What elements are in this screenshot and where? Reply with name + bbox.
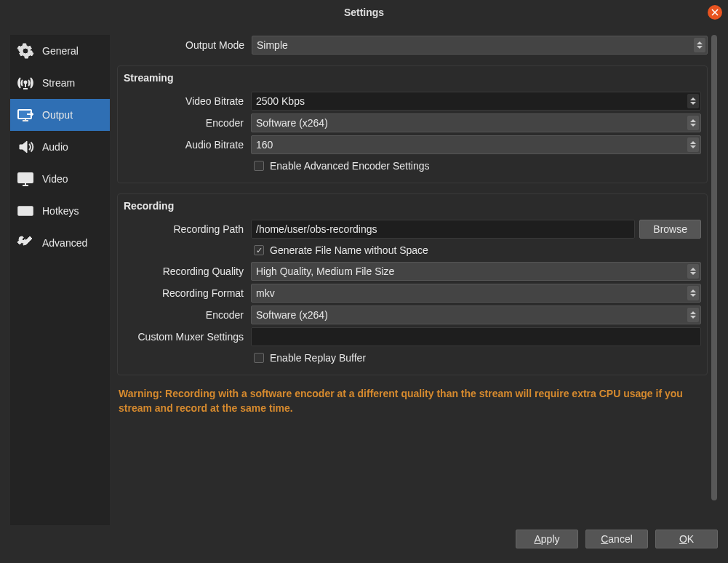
- sidebar-item-hotkeys[interactable]: Hotkeys: [10, 195, 110, 227]
- recording-format-label: Recording Format: [124, 287, 247, 299]
- sidebar-item-stream[interactable]: Stream: [10, 67, 110, 99]
- scrollbar[interactable]: [711, 35, 718, 525]
- streaming-encoder-value: Software (x264): [256, 117, 328, 129]
- sidebar: General Stream Output Audio Video Hotkey…: [10, 35, 110, 525]
- muxer-input[interactable]: [251, 327, 701, 346]
- sidebar-item-label: Stream: [42, 77, 75, 89]
- sidebar-item-label: Video: [42, 173, 68, 185]
- audio-bitrate-label: Audio Bitrate: [124, 139, 247, 151]
- output-mode-label: Output Mode: [117, 39, 247, 51]
- output-icon: [16, 105, 35, 124]
- recording-format-select[interactable]: mkv: [251, 284, 701, 303]
- chevron-updown-icon: [687, 137, 699, 152]
- replay-buffer-checkbox[interactable]: [254, 353, 264, 363]
- enable-advanced-checkbox[interactable]: [254, 161, 264, 171]
- spinner-arrows-icon[interactable]: [687, 94, 699, 108]
- gen-no-space-checkbox[interactable]: [254, 245, 264, 255]
- recording-encoder-value: Software (x264): [256, 309, 328, 321]
- scrollbar-thumb[interactable]: [711, 35, 717, 500]
- video-bitrate-input[interactable]: 2500 Kbps: [251, 92, 701, 111]
- streaming-encoder-label: Encoder: [124, 117, 247, 129]
- keyboard-icon: [16, 201, 35, 220]
- sidebar-item-general[interactable]: General: [10, 35, 110, 67]
- speaker-icon: [16, 137, 35, 156]
- main-panel: Output Mode Simple Streaming Video Bitra…: [117, 35, 718, 525]
- recording-encoder-label: Encoder: [124, 309, 247, 321]
- recording-quality-select[interactable]: High Quality, Medium File Size: [251, 262, 701, 281]
- sidebar-item-video[interactable]: Video: [10, 163, 110, 195]
- chevron-updown-icon: [687, 308, 699, 322]
- video-bitrate-label: Video Bitrate: [124, 95, 247, 107]
- sidebar-item-audio[interactable]: Audio: [10, 131, 110, 163]
- footer: Apply Cancel OK: [0, 525, 728, 553]
- sidebar-item-advanced[interactable]: Advanced: [10, 227, 110, 259]
- recording-format-value: mkv: [256, 287, 275, 299]
- chevron-updown-icon: [694, 38, 705, 52]
- sidebar-item-label: General: [42, 45, 79, 57]
- sidebar-item-label: Hotkeys: [42, 205, 79, 217]
- gear-icon: [16, 41, 35, 60]
- warning-text: Warning: Recording with a software encod…: [117, 386, 708, 415]
- sidebar-item-label: Audio: [42, 141, 68, 153]
- sidebar-item-output[interactable]: Output: [10, 99, 110, 131]
- titlebar: Settings: [0, 0, 728, 25]
- sidebar-item-label: Output: [42, 109, 73, 121]
- tools-icon: [16, 233, 35, 252]
- recording-path-value: /home/user/obs-recordings: [256, 223, 377, 235]
- apply-button[interactable]: Apply: [516, 530, 578, 548]
- output-mode-select[interactable]: Simple: [252, 36, 708, 55]
- replay-buffer-label: Enable Replay Buffer: [270, 352, 366, 364]
- enable-advanced-label: Enable Advanced Encoder Settings: [270, 160, 430, 172]
- output-mode-value: Simple: [257, 39, 288, 51]
- ok-button[interactable]: OK: [655, 530, 718, 548]
- svg-rect-4: [18, 173, 33, 183]
- sidebar-item-label: Advanced: [42, 237, 87, 249]
- muxer-label: Custom Muxer Settings: [124, 331, 247, 343]
- chevron-updown-icon: [687, 116, 699, 130]
- recording-title: Recording: [124, 200, 701, 212]
- audio-bitrate-value: 160: [256, 139, 273, 151]
- streaming-encoder-select[interactable]: Software (x264): [251, 113, 701, 132]
- gen-no-space-label: Generate File Name without Space: [270, 244, 428, 256]
- browse-button[interactable]: Browse: [639, 220, 701, 239]
- close-icon: [711, 9, 719, 16]
- antenna-icon: [16, 73, 35, 92]
- chevron-updown-icon: [687, 264, 699, 279]
- recording-quality-value: High Quality, Medium File Size: [256, 265, 394, 277]
- recording-group: Recording Recording Path /home/user/obs-…: [117, 193, 708, 375]
- recording-path-label: Recording Path: [124, 223, 247, 235]
- close-button[interactable]: [708, 5, 722, 20]
- window-title: Settings: [0, 7, 728, 18]
- video-bitrate-value: 2500 Kbps: [256, 95, 696, 107]
- streaming-title: Streaming: [124, 72, 701, 84]
- monitor-icon: [16, 169, 35, 188]
- recording-encoder-select[interactable]: Software (x264): [251, 306, 701, 324]
- audio-bitrate-select[interactable]: 160: [251, 135, 701, 154]
- recording-quality-label: Recording Quality: [124, 265, 247, 277]
- cancel-button[interactable]: Cancel: [585, 530, 648, 548]
- recording-path-input[interactable]: /home/user/obs-recordings: [251, 220, 635, 239]
- streaming-group: Streaming Video Bitrate 2500 Kbps Encode…: [117, 65, 708, 183]
- chevron-updown-icon: [687, 286, 699, 300]
